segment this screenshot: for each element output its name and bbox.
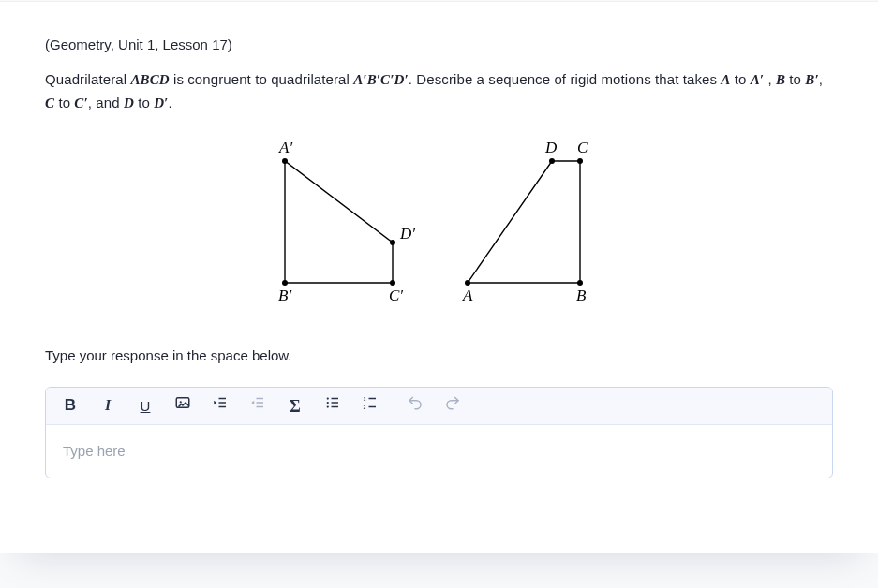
prompt-text: , <box>764 71 776 87</box>
svg-point-9 <box>180 402 182 404</box>
svg-text:1: 1 <box>364 396 366 402</box>
prompt-text: . <box>168 95 171 110</box>
response-input[interactable] <box>46 425 832 478</box>
label-c: C <box>577 139 588 156</box>
lesson-meta: (Geometry, Unit 1, Lesson 17) <box>45 34 833 55</box>
math-a-prime: A′ <box>751 72 764 87</box>
math-quad-abcd-prime: A′B′C′D′ <box>353 72 409 87</box>
undo-icon <box>407 394 424 417</box>
math-d: D <box>124 96 134 110</box>
geometry-diagram: A′ B′ C′ D′ A B C D <box>252 133 627 320</box>
indent-decrease-icon <box>249 394 266 417</box>
rich-text-editor: B I U Σ <box>45 387 833 478</box>
numbered-list-button[interactable]: 12 <box>351 390 389 423</box>
label-b: B <box>576 287 587 304</box>
svg-point-3 <box>390 240 395 245</box>
response-instruction: Type your response in the space below. <box>45 345 833 366</box>
redo-button[interactable] <box>434 390 471 423</box>
italic-button[interactable]: I <box>89 390 126 423</box>
math-c-prime: C′ <box>74 96 87 110</box>
label-d: D <box>544 139 558 156</box>
indent-decrease-button[interactable] <box>239 390 276 423</box>
prompt-text: , <box>819 71 823 87</box>
prompt-text: Quadrilateral <box>45 71 130 87</box>
question-prompt: Quadrilateral ABCD is congruent to quadr… <box>45 68 833 114</box>
image-icon <box>174 394 191 417</box>
diagram-container: A′ B′ C′ D′ A B C D <box>45 133 833 320</box>
math-b: B <box>776 72 785 87</box>
svg-point-6 <box>577 158 583 164</box>
svg-point-16 <box>327 398 329 400</box>
image-button[interactable] <box>164 390 201 423</box>
label-a-prime: A′ <box>278 139 292 156</box>
prompt-text: is congruent to quadrilateral <box>170 71 354 87</box>
label-b-prime: B′ <box>278 287 291 304</box>
equation-button[interactable]: Σ <box>276 390 314 423</box>
prompt-text: to <box>54 95 74 110</box>
redo-icon <box>444 394 461 417</box>
prompt-text: to <box>134 95 154 110</box>
editor-toolbar: B I U Σ <box>46 388 832 425</box>
svg-point-17 <box>327 402 329 404</box>
prompt-text: , and <box>88 95 124 110</box>
bold-button[interactable]: B <box>52 390 89 423</box>
svg-point-1 <box>282 280 288 286</box>
math-c: C <box>45 96 54 110</box>
bullet-list-button[interactable] <box>314 390 351 423</box>
math-b-prime: B′ <box>805 72 818 87</box>
math-a: A <box>721 72 730 87</box>
label-a: A <box>462 287 473 304</box>
question-card: (Geometry, Unit 1, Lesson 17) Quadrilate… <box>0 1 878 553</box>
label-c-prime: C′ <box>389 287 403 304</box>
prompt-text: to <box>785 71 805 87</box>
numbered-list-icon: 12 <box>362 394 379 417</box>
svg-point-7 <box>549 158 555 164</box>
svg-text:2: 2 <box>364 404 366 410</box>
svg-point-0 <box>282 158 288 164</box>
indent-increase-icon <box>212 394 229 417</box>
svg-point-18 <box>327 406 329 408</box>
math-quad-abcd: ABCD <box>130 72 169 87</box>
underline-button[interactable]: U <box>126 390 164 423</box>
indent-increase-button[interactable] <box>201 390 239 423</box>
label-d-prime: D′ <box>399 225 415 243</box>
svg-point-2 <box>390 280 395 286</box>
undo-button[interactable] <box>396 390 434 423</box>
svg-point-4 <box>465 280 470 286</box>
prompt-text: to <box>730 71 750 87</box>
svg-point-5 <box>577 280 583 286</box>
math-d-prime: D′ <box>154 96 168 110</box>
prompt-text: . Describe a sequence of rigid motions t… <box>409 71 722 87</box>
bullet-list-icon <box>324 394 341 417</box>
